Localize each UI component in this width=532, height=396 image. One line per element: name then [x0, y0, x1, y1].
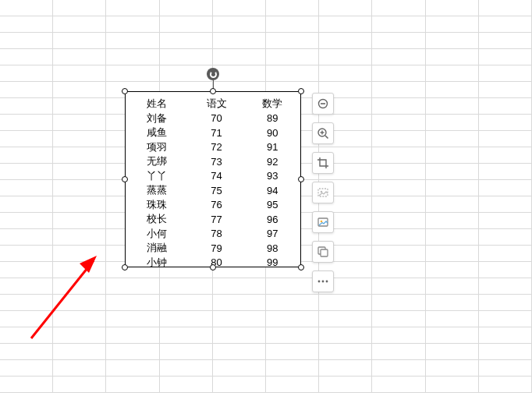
cell[interactable]: [0, 115, 53, 131]
cell[interactable]: [0, 360, 53, 377]
cell[interactable]: [319, 33, 372, 49]
cell[interactable]: [372, 246, 425, 262]
cell[interactable]: [265, 33, 318, 49]
cell[interactable]: [478, 229, 531, 246]
cell[interactable]: [425, 33, 478, 49]
cell[interactable]: [372, 33, 425, 49]
cell[interactable]: [372, 16, 425, 33]
copy-image-button[interactable]: [312, 241, 334, 263]
cell[interactable]: [319, 377, 372, 393]
cell[interactable]: [53, 196, 106, 213]
cell[interactable]: [425, 131, 478, 147]
cell[interactable]: [265, 377, 318, 393]
cell[interactable]: [425, 246, 478, 262]
cell[interactable]: [372, 82, 425, 98]
cell[interactable]: [478, 344, 531, 360]
zoom-in-button[interactable]: [312, 122, 334, 144]
cell[interactable]: [106, 360, 159, 377]
resize-handle-s[interactable]: [210, 264, 216, 270]
cell[interactable]: [0, 33, 53, 49]
cell[interactable]: [53, 147, 106, 164]
cell[interactable]: [53, 229, 106, 246]
cell[interactable]: [478, 327, 531, 344]
cell[interactable]: [0, 262, 53, 278]
cell[interactable]: [212, 295, 265, 311]
cell[interactable]: [425, 164, 478, 180]
cell[interactable]: [425, 180, 478, 196]
cell[interactable]: [265, 278, 318, 295]
cell[interactable]: [372, 377, 425, 393]
cell[interactable]: [425, 82, 478, 98]
cell[interactable]: [372, 229, 425, 246]
cell[interactable]: [212, 327, 265, 344]
cell[interactable]: [106, 65, 159, 82]
cell[interactable]: [319, 327, 372, 344]
cell[interactable]: [212, 311, 265, 327]
cell[interactable]: [425, 98, 478, 115]
resize-handle-sw[interactable]: [122, 264, 128, 270]
cell[interactable]: [0, 49, 53, 65]
cell[interactable]: [478, 33, 531, 49]
cell[interactable]: [425, 147, 478, 164]
cell[interactable]: [319, 0, 372, 16]
cell[interactable]: [265, 344, 318, 360]
cell[interactable]: [0, 98, 53, 115]
cell[interactable]: [372, 98, 425, 115]
cell[interactable]: [106, 278, 159, 295]
cell[interactable]: [372, 115, 425, 131]
cell[interactable]: [319, 344, 372, 360]
cell[interactable]: [478, 278, 531, 295]
cell[interactable]: [425, 65, 478, 82]
cell[interactable]: [478, 180, 531, 196]
replace-image-button[interactable]: [312, 182, 334, 203]
cell[interactable]: [159, 65, 212, 82]
cell[interactable]: [372, 295, 425, 311]
cell[interactable]: [265, 327, 318, 344]
cell[interactable]: [106, 16, 159, 33]
cell[interactable]: [425, 213, 478, 229]
cell[interactable]: [478, 0, 531, 16]
cell[interactable]: [372, 65, 425, 82]
cell[interactable]: [0, 0, 53, 16]
cell[interactable]: [212, 33, 265, 49]
cell[interactable]: [106, 49, 159, 65]
rotate-handle-icon[interactable]: [207, 68, 219, 80]
resize-handle-nw[interactable]: [122, 88, 128, 94]
cell[interactable]: [53, 377, 106, 393]
cell[interactable]: [265, 49, 318, 65]
cell[interactable]: [478, 147, 531, 164]
cell[interactable]: [478, 65, 531, 82]
cell[interactable]: [425, 278, 478, 295]
cell[interactable]: [319, 49, 372, 65]
cell[interactable]: [478, 295, 531, 311]
cell[interactable]: [53, 262, 106, 278]
cell[interactable]: [159, 295, 212, 311]
cell[interactable]: [425, 344, 478, 360]
cell[interactable]: [106, 377, 159, 393]
cell[interactable]: [265, 16, 318, 33]
cell[interactable]: [372, 49, 425, 65]
cell[interactable]: [0, 344, 53, 360]
cell[interactable]: [478, 360, 531, 377]
cell[interactable]: [159, 360, 212, 377]
cell[interactable]: [265, 65, 318, 82]
cell[interactable]: [478, 246, 531, 262]
cell[interactable]: [478, 115, 531, 131]
cell[interactable]: [0, 213, 53, 229]
cell[interactable]: [159, 377, 212, 393]
cell[interactable]: [0, 311, 53, 327]
resize-handle-e[interactable]: [298, 176, 304, 182]
cell[interactable]: [319, 311, 372, 327]
cell[interactable]: [372, 262, 425, 278]
cell[interactable]: [478, 196, 531, 213]
cell[interactable]: [478, 262, 531, 278]
cell[interactable]: [425, 229, 478, 246]
image-tool-button[interactable]: [312, 211, 334, 233]
cell[interactable]: [0, 82, 53, 98]
cell[interactable]: [53, 49, 106, 65]
cell[interactable]: [478, 311, 531, 327]
cell[interactable]: [478, 16, 531, 33]
cell[interactable]: [159, 16, 212, 33]
cell[interactable]: [53, 98, 106, 115]
cell[interactable]: [425, 311, 478, 327]
